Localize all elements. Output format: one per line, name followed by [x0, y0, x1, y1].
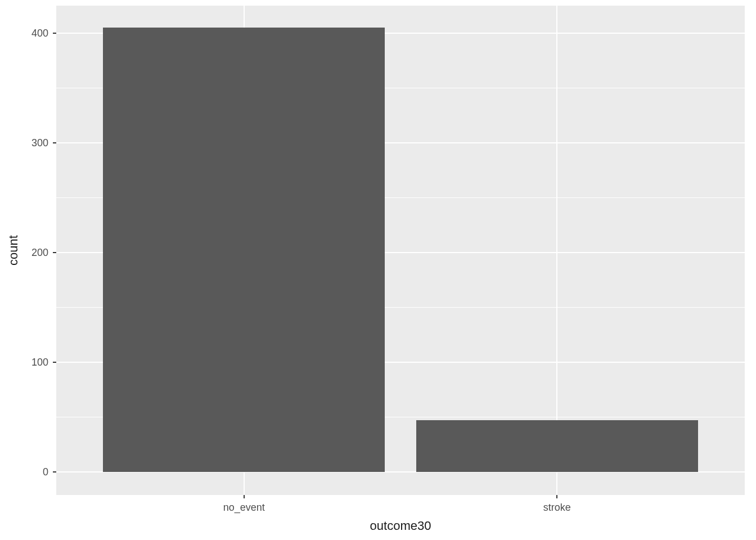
y-tick-mark [53, 252, 56, 253]
bar [416, 420, 698, 472]
x-tick-mark [556, 495, 557, 498]
y-tick-label: 0 [15, 466, 48, 478]
bar [103, 28, 385, 472]
y-tick-label: 100 [15, 356, 48, 368]
x-tick-label: stroke [543, 502, 571, 514]
y-axis-title: count [6, 235, 21, 266]
plot-panel [56, 6, 745, 495]
y-tick-label: 300 [15, 137, 48, 148]
y-tick-mark [53, 471, 56, 472]
y-tick-mark [53, 142, 56, 143]
y-tick-mark [53, 33, 56, 34]
x-tick-mark [244, 495, 245, 498]
x-axis-title: outcome30 [370, 519, 431, 533]
x-tick-label: no_event [223, 502, 265, 514]
y-tick-label: 400 [15, 27, 48, 39]
y-tick-mark [53, 362, 56, 363]
chart-container: 0 100 200 300 400 no_event stroke count … [0, 0, 756, 540]
